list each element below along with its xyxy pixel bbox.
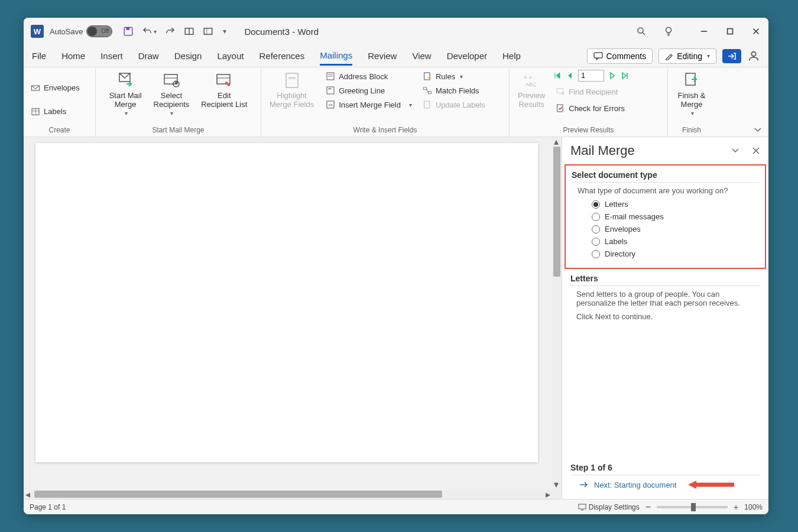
last-record-icon[interactable] — [621, 72, 629, 80]
account-icon[interactable] — [747, 50, 760, 63]
content-area: ▴ ▾ ◂ ▸ Mail Merge Select document type — [24, 137, 768, 499]
page-info[interactable]: Page 1 of 1 — [30, 503, 66, 511]
horizontal-scrollbar[interactable]: ◂ ▸ — [24, 489, 552, 499]
autosave-toggle-switch[interactable]: Off — [86, 25, 112, 37]
zoom-in-button[interactable]: + — [734, 502, 738, 512]
taskpane-dropdown-icon[interactable] — [731, 147, 740, 154]
comments-button[interactable]: Comments — [587, 48, 653, 64]
match-fields-button[interactable]: Match Fields — [420, 84, 488, 97]
tab-home[interactable]: Home — [61, 47, 85, 64]
hscroll-thumb[interactable] — [34, 491, 442, 498]
close-icon[interactable] — [751, 26, 761, 37]
greeting-line-label: Greeting Line — [339, 86, 385, 95]
check-errors-button[interactable]: Check for Errors — [553, 102, 629, 115]
radio-label: E-mail messages — [605, 212, 664, 221]
select-recipients-button[interactable]: Select Recipients ▾ — [150, 70, 193, 118]
display-settings-button[interactable]: Display Settings — [578, 503, 640, 511]
vscroll-thumb[interactable] — [553, 147, 560, 277]
scroll-right-icon[interactable]: ▸ — [544, 490, 552, 498]
scroll-up-icon[interactable]: ▴ — [552, 137, 560, 145]
rules-button[interactable]: Rules ▾ — [420, 70, 488, 83]
tab-mailings[interactable]: Mailings — [320, 47, 352, 66]
chevron-down-icon[interactable]: ▾ — [154, 28, 157, 35]
greeting-line-button[interactable]: Greeting Line — [323, 84, 414, 97]
document-title: Document3 - Word — [244, 27, 319, 37]
ribbon-collapse-icon[interactable] — [753, 126, 763, 133]
zoom-out-button[interactable]: − — [645, 502, 651, 512]
envelopes-button[interactable]: Envelopes — [28, 82, 82, 95]
highlight-merge-fields-button[interactable]: Highlight Merge Fields — [266, 70, 317, 110]
svg-rect-45 — [557, 105, 563, 112]
tab-references[interactable]: References — [259, 47, 304, 64]
prev-record-icon[interactable] — [566, 72, 573, 80]
document-page[interactable] — [35, 143, 538, 462]
undo-button[interactable]: ▾ — [142, 26, 157, 37]
radio-letters[interactable]: Letters — [592, 200, 759, 209]
radio-labels[interactable]: Labels — [592, 237, 759, 246]
update-labels-button[interactable]: Update Labels — [420, 98, 488, 111]
statusbar: Page 1 of 1 Display Settings − + 100% — [24, 499, 768, 514]
first-record-icon[interactable] — [553, 72, 562, 80]
labels-button[interactable]: Labels — [28, 105, 69, 118]
tab-view[interactable]: View — [412, 47, 431, 64]
radio-directory[interactable]: Directory — [592, 249, 759, 258]
tab-file[interactable]: File — [32, 47, 46, 64]
share-button[interactable] — [722, 49, 741, 63]
pencil-icon — [665, 52, 673, 60]
step-indicator: Step 1 of 6 — [570, 463, 760, 475]
tab-help[interactable]: Help — [502, 47, 521, 64]
find-recipient-button[interactable]: Find Recipient — [553, 85, 629, 98]
zoom-level[interactable]: 100% — [744, 503, 763, 511]
finish-merge-button[interactable]: Finish & Merge ▾ — [674, 70, 709, 118]
next-record-icon[interactable] — [609, 72, 616, 80]
tab-review[interactable]: Review — [368, 47, 397, 64]
vertical-scrollbar[interactable]: ▴ ▾ — [552, 137, 562, 499]
minimize-icon[interactable] — [699, 26, 709, 37]
word-app-icon: W — [31, 25, 44, 38]
redo-icon[interactable] — [165, 26, 176, 37]
scroll-left-icon[interactable]: ◂ — [24, 490, 32, 498]
radio-label: Letters — [605, 200, 628, 209]
chevron-down-icon: ▾ — [707, 53, 710, 59]
tab-layout[interactable]: Layout — [217, 47, 244, 64]
find-icon — [556, 87, 565, 96]
insert-merge-field-label: Insert Merge Field — [339, 100, 401, 109]
next-step-link[interactable]: Next: Starting document — [579, 480, 760, 489]
edit-recipient-list-button[interactable]: Edit Recipient List — [197, 70, 251, 110]
select-recipients-label: Select Recipients — [154, 91, 190, 109]
chevron-down-icon: ▾ — [409, 102, 412, 108]
maximize-icon[interactable] — [725, 26, 735, 37]
zoom-slider[interactable] — [657, 506, 728, 508]
svg-rect-26 — [217, 74, 230, 84]
save-icon[interactable] — [123, 26, 134, 37]
insert-merge-field-button[interactable]: «» Insert Merge Field ▾ — [323, 98, 414, 111]
qat-icon-1[interactable] — [184, 26, 194, 37]
taskpane-title: Mail Merge — [570, 143, 635, 158]
autosave-toggle[interactable]: AutoSave Off — [50, 25, 112, 37]
radio-envelopes[interactable]: Envelopes — [592, 225, 759, 233]
record-number-input[interactable] — [578, 70, 604, 82]
lightbulb-icon[interactable] — [663, 26, 674, 37]
update-labels-icon — [423, 100, 432, 109]
svg-text:ABC: ABC — [525, 82, 537, 87]
check-errors-icon — [556, 103, 565, 113]
display-settings-label: Display Settings — [589, 503, 640, 511]
editing-button[interactable]: Editing ▾ — [658, 48, 716, 64]
radio-email[interactable]: E-mail messages — [592, 212, 759, 221]
taskpane-header: Mail Merge — [562, 137, 768, 164]
qat-customize-icon[interactable]: ▾ — [223, 27, 226, 35]
app-window: W AutoSave Off ▾ ▾ Document3 - Word — [24, 18, 768, 514]
taskpane-close-icon[interactable] — [752, 147, 760, 155]
search-icon[interactable] — [636, 26, 647, 37]
zoom-thumb[interactable] — [691, 503, 696, 511]
tab-design[interactable]: Design — [174, 47, 202, 64]
scroll-down-icon[interactable]: ▾ — [552, 480, 560, 488]
tab-insert[interactable]: Insert — [100, 47, 123, 64]
svg-rect-49 — [579, 504, 586, 509]
qat-icon-2[interactable] — [203, 26, 213, 37]
start-mail-merge-button[interactable]: Start Mail Merge ▾ — [106, 70, 145, 118]
tab-draw[interactable]: Draw — [138, 47, 159, 64]
address-block-button[interactable]: Address Block — [323, 70, 414, 83]
tab-developer[interactable]: Developer — [447, 47, 487, 64]
preview-results-button[interactable]: « »ABC Preview Results — [514, 70, 549, 110]
